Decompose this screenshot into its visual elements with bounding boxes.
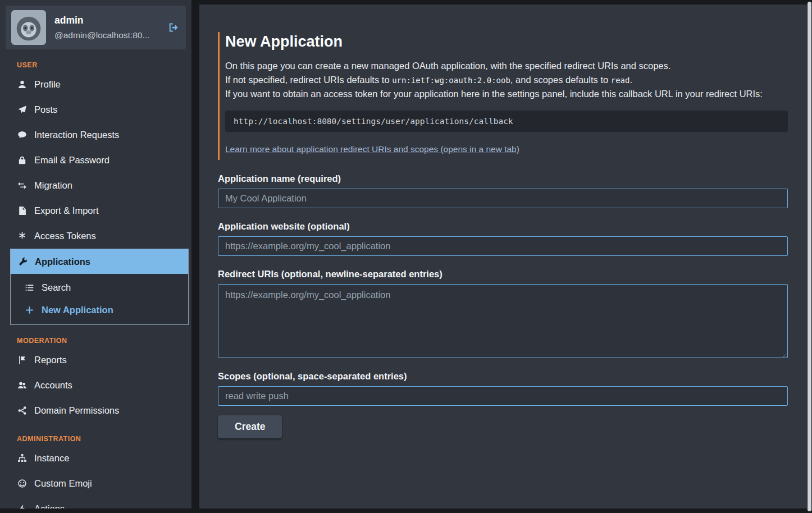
sidebar-item-accounts[interactable]: Accounts — [10, 373, 189, 398]
scopes-label: Scopes (optional, space-separated entrie… — [218, 371, 788, 382]
sidebar-item-applications[interactable]: Applications — [11, 249, 188, 274]
scopes-input[interactable] — [218, 386, 788, 406]
sidebar-item-posts[interactable]: Posts — [10, 97, 189, 122]
smiley-icon — [17, 479, 28, 488]
bolt-icon — [17, 504, 28, 509]
callback-url-codeblock: http://localhost:8080/settings/user/appl… — [225, 111, 788, 132]
sidebar-item-label: Profile — [34, 79, 61, 90]
redirect-uris-field: Redirect URIs (optional, newline-separat… — [218, 269, 788, 358]
main-panel: New Application On this page you can cre… — [199, 4, 807, 509]
applications-submenu: Search New Application — [11, 274, 188, 324]
sidebar-item-migration[interactable]: Migration — [10, 173, 189, 198]
sidebar-item-actions[interactable]: Actions — [10, 496, 189, 509]
exchange-icon — [17, 181, 28, 190]
intro-text: On this page you can create a new manage… — [225, 59, 788, 101]
sidebar-item-label: Accounts — [34, 380, 72, 391]
sidebar-item-label: Migration — [34, 180, 72, 191]
application-name-field: Application name (required) — [218, 173, 788, 208]
sidebar-item-label: New Application — [42, 305, 113, 315]
inline-code-read: read — [611, 76, 630, 85]
comment-icon — [17, 130, 28, 140]
learn-more-link[interactable]: Learn more about application redirect UR… — [225, 144, 519, 154]
section-label-moderation: MODERATION — [17, 337, 189, 345]
sidebar-item-label: Applications — [35, 256, 90, 267]
sidebar-item-label: Instance — [34, 453, 69, 464]
sidebar-item-label: Actions — [34, 503, 65, 509]
scopes-field: Scopes (optional, space-separated entrie… — [218, 371, 788, 406]
sidebar-item-label: Custom Emoji — [34, 478, 92, 489]
user-icon — [17, 80, 28, 89]
sidebar-item-label: Reports — [34, 355, 67, 365]
sidebar-item-label: Search — [42, 282, 71, 293]
sidebar-item-label: Export & Import — [34, 205, 99, 216]
redirect-uris-textarea[interactable] — [218, 284, 788, 358]
application-name-input[interactable] — [218, 189, 788, 208]
sidebar-item-domain-permissions[interactable]: Domain Permissions — [10, 398, 189, 423]
paper-plane-icon — [17, 105, 28, 114]
wrench-icon — [17, 257, 28, 267]
sidebar-item-label: Posts — [34, 104, 57, 115]
application-name-label: Application name (required) — [218, 173, 788, 184]
sidebar-item-export-import[interactable]: Export & Import — [10, 198, 189, 223]
sidebar-item-label: Access Tokens — [34, 231, 96, 241]
create-button[interactable]: Create — [218, 415, 282, 438]
sidebar-item-new-application[interactable]: New Application — [11, 299, 188, 321]
user-card-text: admin @admin@localhost:80... — [54, 15, 149, 40]
intro-line-3: If you want to obtain an access token fo… — [225, 87, 788, 101]
application-website-input[interactable] — [218, 236, 788, 256]
section-label-user: USER — [17, 61, 189, 69]
sidebar-item-profile[interactable]: Profile — [10, 72, 189, 97]
flag-icon — [17, 355, 28, 365]
sidebar-item-email-password[interactable]: Email & Password — [10, 148, 189, 173]
inline-code-oob: urn:ietf:wg:oauth:2.0:oob — [392, 76, 510, 85]
intro-line-1: On this page you can create a new manage… — [225, 59, 788, 73]
user-card[interactable]: admin @admin@localhost:80... — [6, 6, 186, 49]
sidebar: admin @admin@localhost:80... USER Profil… — [0, 0, 191, 509]
logout-icon[interactable] — [168, 22, 179, 33]
page-title: New Application — [225, 33, 788, 51]
users-icon — [17, 381, 28, 390]
intro-section: New Application On this page you can cre… — [218, 32, 788, 160]
new-application-form: Application name (required) Application … — [218, 173, 788, 438]
sidebar-item-access-tokens[interactable]: Access Tokens — [10, 223, 189, 249]
sidebar-item-custom-emoji[interactable]: Custom Emoji — [10, 471, 189, 496]
user-handle: @admin@localhost:80... — [54, 30, 149, 40]
list-icon — [24, 283, 35, 292]
section-label-administration: ADMINISTRATION — [17, 435, 189, 443]
scrollbar-thumb[interactable] — [808, 2, 811, 511]
plus-icon — [24, 305, 35, 315]
application-website-label: Application website (optional) — [218, 221, 788, 232]
file-export-icon — [17, 206, 28, 216]
sidebar-item-label: Email & Password — [34, 155, 110, 166]
sitemap-icon — [17, 454, 28, 463]
sidebar-menu: USER Profile Posts Interaction Requests … — [0, 61, 191, 509]
application-website-field: Application website (optional) — [218, 221, 788, 256]
sloth-avatar — [11, 10, 46, 45]
applications-group: Applications Search New Application — [10, 249, 189, 325]
user-name: admin — [54, 15, 149, 26]
sidebar-item-applications-search[interactable]: Search — [11, 276, 188, 299]
sidebar-item-reports[interactable]: Reports — [10, 347, 189, 373]
sidebar-item-instance[interactable]: Instance — [10, 446, 189, 471]
sidebar-item-interaction-requests[interactable]: Interaction Requests — [10, 122, 189, 148]
page-scrollbar — [807, 0, 812, 513]
redirect-uris-label: Redirect URIs (optional, newline-separat… — [218, 269, 788, 280]
lock-icon — [17, 155, 28, 165]
intro-line-2: If not specified, redirect URIs defaults… — [225, 73, 788, 88]
sidebar-item-label: Interaction Requests — [34, 130, 119, 140]
sidebar-item-label: Domain Permissions — [34, 405, 119, 416]
asterisk-icon — [17, 231, 28, 241]
share-nodes-icon — [17, 406, 28, 415]
